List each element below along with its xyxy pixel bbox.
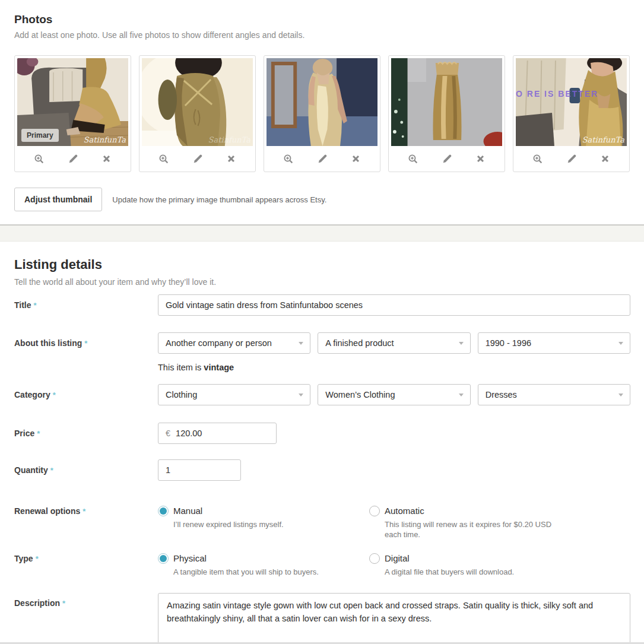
edit-photo-4-button[interactable] bbox=[438, 152, 456, 166]
zoom-photo-3-button[interactable] bbox=[280, 152, 297, 166]
edit-photo-3-button[interactable] bbox=[313, 152, 331, 166]
category-level1-select[interactable]: Clothing bbox=[158, 384, 310, 405]
photo-3-image bbox=[267, 58, 377, 146]
chevron-down-icon bbox=[299, 342, 303, 345]
type-label: Type* bbox=[14, 553, 158, 577]
quantity-label: Quantity* bbox=[14, 459, 158, 481]
pencil-icon bbox=[317, 154, 328, 164]
photo-1-watermark: SatinfunTa bbox=[84, 135, 126, 144]
radio-unselected-icon[interactable] bbox=[369, 553, 380, 564]
zoom-photo-1-button[interactable] bbox=[30, 152, 48, 166]
listing-details-section: Listing details Tell the world all about… bbox=[0, 242, 644, 644]
radio-unselected-icon[interactable] bbox=[369, 506, 380, 516]
quantity-row: Quantity* bbox=[14, 459, 630, 481]
x-icon bbox=[101, 154, 112, 164]
description-textarea[interactable]: Amazing satin vintage style gown with lo… bbox=[158, 593, 630, 644]
photo-2-watermark: SatinfunTa bbox=[208, 135, 250, 144]
magnifier-plus-icon bbox=[532, 154, 543, 164]
photo-5-overlay-text: O RE IS BETTER bbox=[516, 89, 627, 99]
edit-photo-2-button[interactable] bbox=[189, 152, 207, 166]
description-label: Description* bbox=[14, 593, 158, 644]
renewal-manual-label: Manual bbox=[173, 506, 202, 516]
type-digital-label: Digital bbox=[385, 553, 410, 563]
type-digital-desc: A digital file that buyers will download… bbox=[385, 567, 514, 577]
pencil-icon bbox=[68, 154, 78, 164]
chevron-down-icon bbox=[459, 394, 464, 396]
about-listing-row: About this listing* Another company or p… bbox=[14, 332, 630, 372]
delete-photo-2-button[interactable] bbox=[223, 152, 240, 166]
delete-photo-4-button[interactable] bbox=[472, 152, 489, 166]
type-row: Type* Physical A tangible item that you … bbox=[14, 553, 630, 577]
photo-thumbnail-1[interactable]: Primary SatinfunTa bbox=[17, 58, 128, 146]
category-level2-select[interactable]: Women’s Clothing bbox=[318, 384, 470, 405]
zoom-photo-5-button[interactable] bbox=[529, 152, 547, 166]
renewal-options-label: Renewal options* bbox=[14, 506, 158, 540]
photo-5-actions bbox=[516, 146, 627, 172]
category-label: Category* bbox=[14, 384, 158, 405]
zoom-photo-4-button[interactable] bbox=[404, 152, 422, 166]
photo-4-actions bbox=[391, 146, 502, 172]
photo-4-image bbox=[391, 58, 502, 146]
who-made-select[interactable]: Another company or person bbox=[158, 332, 310, 354]
magnifier-plus-icon bbox=[34, 154, 45, 164]
radio-selected-icon[interactable] bbox=[158, 553, 169, 564]
adjust-thumbnail-button[interactable]: Adjust thumbnail bbox=[14, 188, 102, 211]
delete-photo-5-button[interactable] bbox=[597, 152, 614, 166]
title-row: Title* bbox=[14, 294, 630, 316]
pencil-icon bbox=[566, 154, 577, 164]
magnifier-plus-icon bbox=[283, 154, 294, 164]
adjust-thumbnail-row: Adjust thumbnail Update how the primary … bbox=[14, 188, 630, 211]
x-icon bbox=[351, 154, 361, 164]
type-physical-option[interactable]: Physical A tangible item that you will s… bbox=[158, 553, 369, 577]
price-input[interactable]: € 120.00 bbox=[158, 423, 277, 444]
listing-form: Title* About this listing* Another compa… bbox=[14, 294, 630, 644]
required-asterisk: * bbox=[34, 301, 37, 310]
pencil-icon bbox=[442, 154, 452, 164]
renewal-manual-desc: I’ll renew expired listings myself. bbox=[173, 519, 284, 529]
required-asterisk: * bbox=[84, 339, 87, 348]
photo-card-list: Primary SatinfunTa bbox=[14, 55, 630, 172]
when-made-select[interactable]: 1990 - 1996 bbox=[478, 332, 630, 354]
type-physical-label: Physical bbox=[173, 553, 207, 563]
title-input[interactable] bbox=[158, 294, 630, 316]
category-row: Category* Clothing Women’s Clothing Dres… bbox=[14, 384, 630, 405]
photo-thumbnail-2[interactable]: SatinfunTa bbox=[142, 58, 253, 146]
chevron-down-icon bbox=[299, 394, 303, 396]
photo-2-image bbox=[142, 58, 253, 146]
photo-thumbnail-4[interactable] bbox=[391, 58, 502, 146]
required-asterisk: * bbox=[50, 466, 53, 475]
required-asterisk: * bbox=[83, 507, 85, 516]
listing-details-heading: Listing details bbox=[14, 257, 630, 272]
renewal-automatic-option[interactable]: Automatic This listing will renew as it … bbox=[369, 506, 630, 540]
quantity-input[interactable] bbox=[158, 459, 241, 481]
x-icon bbox=[475, 154, 486, 164]
listing-details-subtitle: Tell the world all about your item and w… bbox=[14, 277, 630, 287]
photos-section: Photos Add at least one photo. Use all f… bbox=[0, 0, 644, 211]
radio-selected-icon[interactable] bbox=[158, 506, 169, 516]
magnifier-plus-icon bbox=[408, 154, 418, 164]
about-listing-label: About this listing* bbox=[14, 332, 158, 372]
required-asterisk: * bbox=[53, 391, 56, 399]
photo-thumbnail-3[interactable] bbox=[267, 58, 377, 146]
title-label: Title* bbox=[14, 294, 158, 316]
photo-thumbnail-5[interactable]: O RE IS BETTER SatinfunTa bbox=[516, 58, 627, 146]
pencil-icon bbox=[192, 154, 203, 164]
required-asterisk: * bbox=[37, 429, 40, 438]
delete-photo-1-button[interactable] bbox=[98, 152, 115, 166]
delete-photo-3-button[interactable] bbox=[347, 152, 364, 166]
section-divider bbox=[0, 224, 644, 242]
photo-2-actions bbox=[142, 146, 253, 172]
zoom-photo-2-button[interactable] bbox=[155, 152, 173, 166]
renewal-options-row: Renewal options* Manual I’ll renew expir… bbox=[14, 506, 630, 540]
photo-card-1: Primary SatinfunTa bbox=[14, 55, 131, 172]
renewal-manual-option[interactable]: Manual I’ll renew expired listings mysel… bbox=[158, 506, 369, 529]
edit-photo-5-button[interactable] bbox=[563, 152, 580, 166]
primary-badge: Primary bbox=[21, 129, 59, 142]
photo-1-actions bbox=[17, 146, 128, 172]
type-digital-option[interactable]: Digital A digital file that buyers will … bbox=[369, 553, 630, 577]
type-physical-desc: A tangible item that you will ship to bu… bbox=[173, 567, 319, 577]
what-is-it-select[interactable]: A finished product bbox=[318, 332, 470, 354]
category-level3-select[interactable]: Dresses bbox=[478, 384, 630, 405]
required-asterisk: * bbox=[62, 599, 65, 608]
edit-photo-1-button[interactable] bbox=[64, 152, 82, 166]
